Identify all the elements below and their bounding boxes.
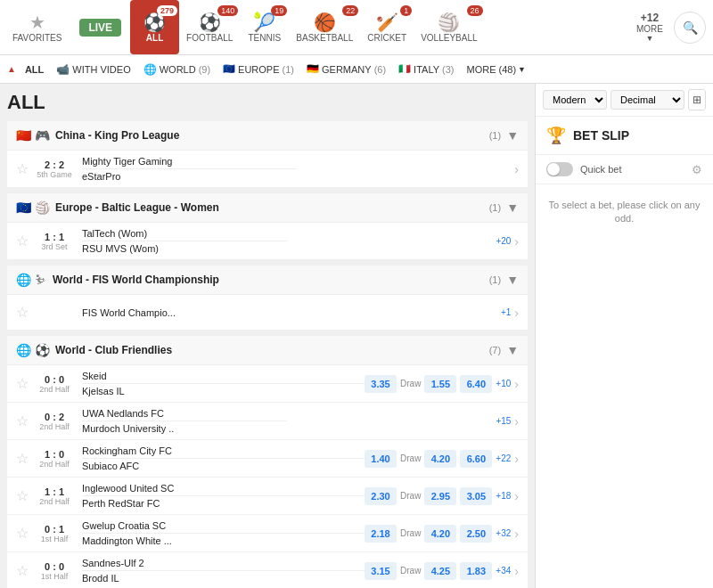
nav-football[interactable]: 140 ⚽ FOOTBALL: [179, 0, 240, 54]
league-header-world-fis[interactable]: 🌐 ⛷ World - FIS World Championship (1) ▼: [7, 265, 528, 295]
sub-nav-with-video[interactable]: 📹 WITH VIDEO: [51, 60, 135, 79]
expand-icon: ▼: [506, 273, 519, 287]
trophy-icon: 🏆: [546, 126, 566, 145]
layout-icon-btn[interactable]: ⊞: [688, 89, 706, 110]
match-teams: Rockingham City FC Subiaco AFC: [82, 445, 365, 471]
sub-nav-world[interactable]: 🌐 WORLD (9): [138, 60, 216, 79]
league-header-china[interactable]: 🇨🇳 🎮 China - King Pro League (1) ▼: [7, 121, 528, 151]
settings-icon[interactable]: ⚙: [692, 163, 702, 176]
more-odds[interactable]: +22: [496, 453, 511, 463]
draw-odd-btn[interactable]: 4.25: [424, 562, 456, 580]
league-flag: 🇪🇺: [16, 200, 31, 215]
away-odd-btn[interactable]: 1.83: [460, 562, 492, 580]
match-score: 0 : 0: [45, 561, 64, 572]
sub-world-label: WORLD: [160, 64, 196, 75]
sub-nav-more[interactable]: MORE (48) ▼: [461, 61, 531, 78]
nav-cricket[interactable]: 1 🏏 CRICKET: [360, 0, 414, 54]
video-icon: 📹: [56, 63, 70, 76]
favorite-star[interactable]: ☆: [16, 525, 29, 542]
europe-flag-icon: 🇪🇺: [223, 63, 235, 75]
match-score-info: 0 : 0 1st Half: [36, 561, 73, 581]
sub-europe-label: EUROPE: [238, 64, 279, 75]
nav-live[interactable]: LIVE: [70, 13, 130, 42]
nav-basketball[interactable]: 22 🏀 BASKETBALL: [289, 0, 360, 54]
sub-nav-arrow-up: ▲: [7, 64, 16, 74]
home-team: Skeid: [82, 371, 365, 381]
away-odd-btn[interactable]: 3.05: [460, 487, 492, 505]
nav-more[interactable]: +12 MORE ▼: [626, 12, 674, 43]
nav-favorites[interactable]: ★ FAVORITES: [4, 0, 70, 54]
match-chevron-right: ›: [514, 377, 519, 391]
favorite-star[interactable]: ☆: [16, 160, 29, 177]
sub-video-label: WITH VIDEO: [72, 64, 130, 75]
nav-tennis[interactable]: 19 🎾 TENNIS: [240, 0, 289, 54]
home-odd-btn[interactable]: 2.18: [365, 525, 397, 543]
home-odd-btn[interactable]: 2.30: [365, 487, 397, 505]
match-row: ☆ 0 : 0 2nd Half Skeid Kjelsas IL 3.35 D…: [7, 365, 528, 403]
away-team: Perth RedStar FC: [82, 498, 365, 509]
match-score-info: 1 : 0 2nd Half: [36, 449, 73, 469]
quick-bet-toggle[interactable]: [546, 162, 573, 176]
favorite-star[interactable]: ☆: [16, 450, 29, 467]
sub-nav-all[interactable]: ALL: [20, 61, 49, 78]
draw-label: Draw: [400, 566, 421, 576]
away-odd-btn[interactable]: 6.40: [460, 375, 492, 393]
panel-controls: Modern Classic Decimal Fractional ⊞: [536, 84, 713, 117]
more-odds[interactable]: +18: [496, 491, 511, 501]
league-header-world-club[interactable]: 🌐 ⚽ World - Club Friendlies (7) ▼: [7, 336, 528, 365]
odds-format-select[interactable]: Decimal Fractional: [611, 90, 684, 110]
league-sport-icon: ⚽: [35, 343, 50, 357]
match-score-info: 0 : 2 2nd Half: [36, 412, 73, 431]
view-mode-select[interactable]: Modern Classic: [543, 90, 607, 110]
football-count-badge: 140: [217, 5, 238, 16]
favorite-star[interactable]: ☆: [16, 487, 29, 504]
favorite-star[interactable]: ☆: [16, 412, 29, 429]
nav-all[interactable]: 279 ⚽ ALL: [130, 0, 179, 54]
more-odds[interactable]: +20: [496, 236, 511, 246]
more-odds[interactable]: +1: [501, 307, 511, 317]
league-header-europe[interactable]: 🇪🇺 🏐 Europe - Baltic League - Women (1) …: [7, 193, 528, 223]
favorite-star[interactable]: ☆: [16, 375, 29, 392]
away-odd-btn[interactable]: 2.50: [460, 525, 492, 543]
away-team: Subiaco AFC: [82, 461, 365, 471]
more-odds[interactable]: +15: [496, 416, 511, 426]
match-row: ☆ 0 : 1 1st Half Gwelup Croatia SC Maddi…: [7, 515, 528, 552]
draw-odd-btn[interactable]: 4.20: [424, 525, 456, 543]
draw-odd-btn[interactable]: 2.95: [424, 487, 456, 505]
expand-icon: ▼: [506, 200, 519, 215]
home-odd-btn[interactable]: 3.35: [365, 375, 397, 393]
favorite-star[interactable]: ☆: [16, 233, 29, 249]
more-odds[interactable]: +32: [496, 528, 511, 538]
sub-nav-germany[interactable]: 🇩🇪 GERMANY (6): [301, 60, 391, 78]
league-count: (1): [489, 130, 501, 141]
home-odd-btn[interactable]: 3.15: [365, 562, 397, 580]
away-team: Maddington White ...: [82, 535, 365, 546]
odds-section: 3.35 Draw 1.55 6.40: [365, 375, 492, 393]
draw-odd-btn[interactable]: 4.20: [424, 450, 456, 468]
draw-odd-btn[interactable]: 1.55: [424, 375, 456, 393]
sub-nav-europe[interactable]: 🇪🇺 EUROPE (1): [217, 60, 299, 78]
football-label: FOOTBALL: [186, 33, 233, 43]
home-team: Mighty Tiger Gaming: [82, 156, 297, 167]
chevron-down-icon: ▼: [646, 34, 654, 43]
search-button[interactable]: 🔍: [674, 12, 706, 44]
favorite-star[interactable]: ☆: [16, 562, 29, 579]
match-score: 2 : 2: [45, 159, 64, 170]
live-badge: LIVE: [79, 19, 121, 37]
sub-all-label: ALL: [25, 64, 44, 75]
home-odd-btn[interactable]: 1.40: [365, 450, 397, 468]
favorites-label: FAVORITES: [12, 33, 61, 43]
away-team: eStarPro: [82, 171, 297, 182]
chevron-down-icon2: ▼: [518, 65, 526, 74]
odds-section: 3.15 Draw 4.25 1.83: [365, 562, 492, 580]
world-icon: 🌐: [143, 63, 157, 76]
away-odd-btn[interactable]: 6.60: [460, 450, 492, 468]
away-team: Brodd IL: [82, 573, 365, 584]
page-title: ALL: [7, 91, 528, 114]
top-nav: ★ FAVORITES LIVE 279 ⚽ ALL 140 ⚽ FOOTBAL…: [0, 0, 713, 55]
more-odds[interactable]: +34: [496, 566, 511, 576]
favorite-star[interactable]: ☆: [16, 304, 29, 321]
more-odds[interactable]: +10: [496, 379, 511, 388]
nav-volleyball[interactable]: 26 🏐 VOLLEYBALL: [414, 0, 484, 54]
sub-nav-italy[interactable]: 🇮🇹 ITALY (3): [393, 60, 459, 78]
